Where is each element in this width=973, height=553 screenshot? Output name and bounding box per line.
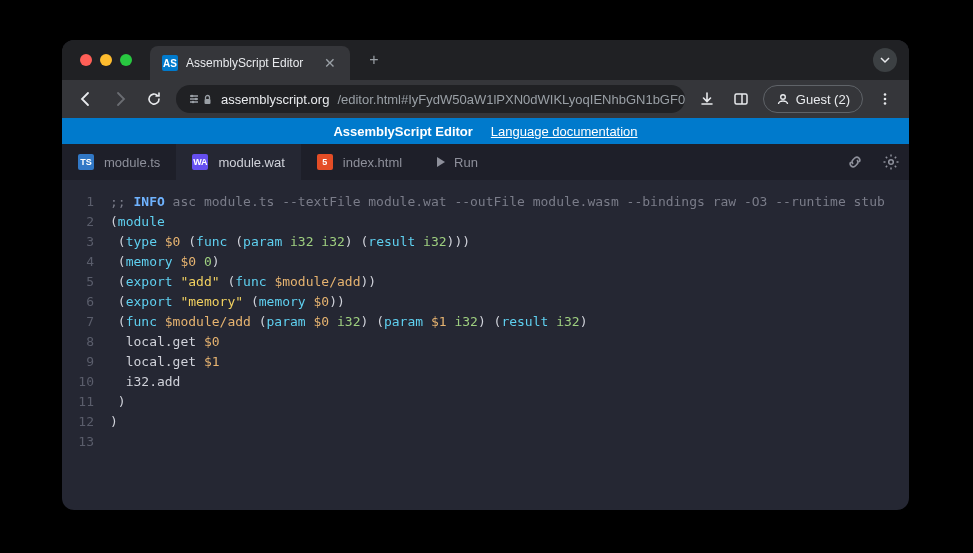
line-number: 7 xyxy=(62,312,94,332)
url-host: assemblyscript.org xyxy=(221,92,329,107)
code-line: (type $0 (func (param i32 i32) (result i… xyxy=(110,232,885,252)
chrome-menu-button[interactable] xyxy=(873,87,897,111)
url-path: /editor.html#IyFydW50aW1lPXN0dWIKLyoqIEN… xyxy=(337,92,684,107)
editor-tabbar: TSmodule.tsWAmodule.wat5index.html Run xyxy=(62,144,909,180)
line-number: 12 xyxy=(62,412,94,432)
browser-tab[interactable]: AS AssemblyScript Editor ✕ xyxy=(150,46,350,80)
assemblyscript-favicon-icon: AS xyxy=(162,55,178,71)
code-line: ) xyxy=(110,392,885,412)
svg-point-1 xyxy=(195,98,198,101)
svg-point-2 xyxy=(192,101,195,104)
new-tab-button[interactable]: + xyxy=(360,46,388,74)
editor-tab-index-html[interactable]: 5index.html xyxy=(301,144,418,180)
editor-tab-label: index.html xyxy=(343,155,402,170)
share-button[interactable] xyxy=(837,144,873,180)
svg-rect-4 xyxy=(735,94,747,104)
editor-tab-label: module.wat xyxy=(218,155,284,170)
arrow-right-icon xyxy=(112,91,128,107)
close-window-button[interactable] xyxy=(80,54,92,66)
maximize-window-button[interactable] xyxy=(120,54,132,66)
file-icon: TS xyxy=(78,154,94,170)
browser-tab-title: AssemblyScript Editor xyxy=(186,56,303,70)
url-input[interactable]: assemblyscript.org/editor.html#IyFydW50a… xyxy=(176,85,685,113)
svg-point-10 xyxy=(889,160,894,165)
close-tab-button[interactable]: ✕ xyxy=(322,55,338,71)
download-button[interactable] xyxy=(695,87,719,111)
tab-overflow-button[interactable] xyxy=(873,48,897,72)
lock-icon xyxy=(202,94,213,105)
app-title: AssemblyScript Editor xyxy=(333,124,472,139)
line-number: 13 xyxy=(62,432,94,452)
code-content[interactable]: ;; INFO asc module.ts --textFile module.… xyxy=(110,192,885,452)
line-number: 5 xyxy=(62,272,94,292)
line-number-gutter: 12345678910111213 xyxy=(62,192,110,452)
panel-icon xyxy=(733,91,749,107)
profile-label: Guest (2) xyxy=(796,92,850,107)
line-number: 10 xyxy=(62,372,94,392)
code-line: ;; INFO asc module.ts --textFile module.… xyxy=(110,192,885,212)
traffic-lights xyxy=(80,54,132,66)
chevron-down-icon xyxy=(880,55,890,65)
svg-point-6 xyxy=(781,95,786,100)
line-number: 3 xyxy=(62,232,94,252)
line-number: 6 xyxy=(62,292,94,312)
tune-icon xyxy=(188,93,200,105)
browser-window: AS AssemblyScript Editor ✕ + assemblyscr… xyxy=(62,40,909,510)
gear-icon xyxy=(882,153,900,171)
line-number: 1 xyxy=(62,192,94,212)
chrome-tabbar: AS AssemblyScript Editor ✕ + xyxy=(62,40,909,80)
code-line xyxy=(110,432,885,452)
line-number: 4 xyxy=(62,252,94,272)
play-icon xyxy=(434,156,446,168)
download-icon xyxy=(699,91,715,107)
code-line: ) xyxy=(110,412,885,432)
code-line: (func $module/add (param $0 i32) (param … xyxy=(110,312,885,332)
code-line: (export "add" (func $module/add)) xyxy=(110,272,885,292)
site-info-button[interactable] xyxy=(188,93,213,105)
app-banner: AssemblyScript Editor Language documenta… xyxy=(62,118,909,144)
line-number: 8 xyxy=(62,332,94,352)
svg-point-7 xyxy=(884,93,887,96)
code-line: local.get $1 xyxy=(110,352,885,372)
svg-point-8 xyxy=(884,98,887,101)
address-bar: assemblyscript.org/editor.html#IyFydW50a… xyxy=(62,80,909,118)
editor-tab-module-ts[interactable]: TSmodule.ts xyxy=(62,144,176,180)
person-icon xyxy=(776,92,790,106)
minimize-window-button[interactable] xyxy=(100,54,112,66)
editor-tab-label: module.ts xyxy=(104,155,160,170)
code-line: (memory $0 0) xyxy=(110,252,885,272)
code-editor[interactable]: 12345678910111213 ;; INFO asc module.ts … xyxy=(62,180,909,452)
side-panel-button[interactable] xyxy=(729,87,753,111)
code-line: local.get $0 xyxy=(110,332,885,352)
run-label: Run xyxy=(454,155,478,170)
line-number: 2 xyxy=(62,212,94,232)
file-icon: WA xyxy=(192,154,208,170)
code-line: (module xyxy=(110,212,885,232)
arrow-left-icon xyxy=(78,91,94,107)
reload-icon xyxy=(146,91,162,107)
reload-button[interactable] xyxy=(142,87,166,111)
line-number: 9 xyxy=(62,352,94,372)
code-line: i32.add xyxy=(110,372,885,392)
forward-button[interactable] xyxy=(108,87,132,111)
editor-tab-module-wat[interactable]: WAmodule.wat xyxy=(176,144,300,180)
link-icon xyxy=(846,153,864,171)
profile-button[interactable]: Guest (2) xyxy=(763,85,863,113)
back-button[interactable] xyxy=(74,87,98,111)
file-icon: 5 xyxy=(317,154,333,170)
run-button[interactable]: Run xyxy=(418,144,494,180)
svg-rect-3 xyxy=(205,99,211,104)
kebab-icon xyxy=(878,92,892,106)
code-line: (export "memory" (memory $0)) xyxy=(110,292,885,312)
svg-point-0 xyxy=(191,95,194,98)
docs-link[interactable]: Language documentation xyxy=(491,124,638,139)
settings-button[interactable] xyxy=(873,144,909,180)
svg-point-9 xyxy=(884,102,887,105)
line-number: 11 xyxy=(62,392,94,412)
